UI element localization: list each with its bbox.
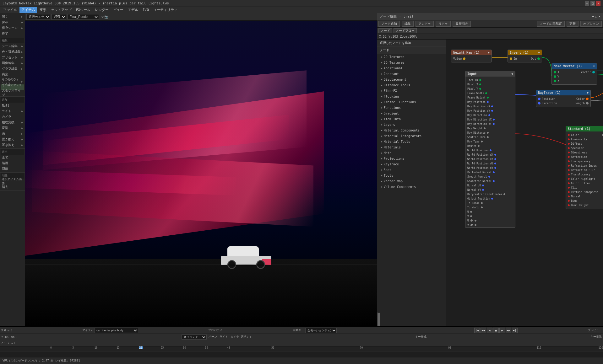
node-list-scrollbar[interactable] xyxy=(377,313,380,326)
scrollbar-thumb[interactable] xyxy=(378,313,380,326)
input-node[interactable]: Input ▼ Item ID Pixel X Pixel Y Frame Wi… xyxy=(465,71,515,228)
sidebar-shape[interactable]: 変型▶ xyxy=(1,125,24,131)
weight-map-node[interactable]: Weight Map (1) ▼ Value xyxy=(451,50,492,62)
sidebar-commercial[interactable]: 商業 xyxy=(1,72,24,77)
menu-file[interactable]: ファイル xyxy=(1,7,19,13)
node-list-item-layers[interactable]: ▶ Layers xyxy=(377,122,446,127)
object-select[interactable]: オブジェクト xyxy=(182,335,207,340)
menu-item[interactable]: アイテム xyxy=(19,7,37,13)
node-list-item-vectormap[interactable]: ▶ Vector Map xyxy=(377,178,446,184)
node-list-scroll[interactable]: ▶ 2D Textures ▶ 3D Textures ▶ Additional… xyxy=(377,54,446,313)
sidebar-null[interactable]: Null xyxy=(1,103,24,108)
sidebar-preset[interactable]: プリセット▶ xyxy=(1,55,24,60)
sidebar-save-scene[interactable]: 保存シーン▶ xyxy=(1,25,24,31)
node-list-item-raytrace[interactable]: ▶ RayTrace xyxy=(377,161,446,167)
viewport-icon-camera[interactable]: 📷 xyxy=(104,15,109,19)
standard-node[interactable]: Standard (1) ▼ Color Material Luminosity… xyxy=(566,126,603,209)
sidebar-open[interactable]: 開く▶ xyxy=(1,14,24,19)
node-list-item-flocking[interactable]: ▶ Flocking xyxy=(377,94,446,99)
render-name-select[interactable]: Final_Render xyxy=(68,14,99,20)
node-list-item-3dtextures[interactable]: ▶ 3D Textures xyxy=(377,60,446,65)
sidebar-replace2[interactable]: 置き換え▶ xyxy=(1,142,24,148)
play-back-btn[interactable]: ◀ xyxy=(487,328,492,333)
sidebar-light[interactable]: ライト▶ xyxy=(1,108,24,114)
node-list-item-materials[interactable]: ▶ Materials xyxy=(377,144,446,150)
node-clear-history-btn[interactable]: 履歴消去 xyxy=(453,21,471,27)
menu-utility[interactable]: ユーティリティ xyxy=(151,7,179,13)
item-select[interactable]: car_inertia_plus.body xyxy=(94,328,138,333)
weight-map-arrow[interactable]: ▼ xyxy=(488,51,490,54)
node-list-item-displacement[interactable]: ▶ Displacement xyxy=(377,77,446,82)
motion-type-select[interactable]: 全モーションチェン xyxy=(305,328,337,333)
node-panel-maximize[interactable]: □ xyxy=(595,14,597,19)
node-list-item-distance-tools[interactable]: ▶ Distance Tools xyxy=(377,82,446,88)
node-list-item-tools[interactable]: ▶ Tools xyxy=(377,173,446,178)
node-list-item-math[interactable]: ▶ Math xyxy=(377,150,446,156)
close-button[interactable]: ✕ xyxy=(596,1,600,6)
sidebar-select-all[interactable]: 全て xyxy=(1,155,24,160)
menu-transform[interactable]: 変形 xyxy=(38,7,48,13)
node-list-item-matintegrators[interactable]: ▶ Material Integrators xyxy=(377,133,446,139)
jump-start-btn[interactable]: |◀ xyxy=(474,328,480,333)
node-list-item-gradient[interactable]: ▶ Gradient xyxy=(377,110,446,116)
minimize-button[interactable]: ─ xyxy=(585,1,589,6)
node-canvas[interactable]: Weight Map (1) ▼ Value Invert (1) ▼ xyxy=(446,40,603,326)
render-mode-select[interactable]: VPR xyxy=(52,14,66,20)
sidebar-studio-live[interactable]: スタジオライブ xyxy=(1,90,24,96)
standard-header[interactable]: Standard (1) ▼ xyxy=(566,126,603,131)
sidebar-graph-edit[interactable]: グラフ編集▶ xyxy=(1,66,24,72)
sidebar-scene-edit[interactable]: シーン編集▶ xyxy=(1,43,24,49)
node-list-item-iteminfo[interactable]: ▶ Item Info xyxy=(377,116,446,122)
play-btn[interactable]: ▶ xyxy=(499,328,505,333)
node-list-item-constant[interactable]: ▶ Constant xyxy=(377,71,446,77)
make-vector-arrow[interactable]: ▼ xyxy=(593,65,595,68)
sidebar-face[interactable]: 面▶ xyxy=(1,131,24,136)
raytrace-node[interactable]: RayTrace (1) ▼ Position Color xyxy=(536,90,591,107)
invert-arrow[interactable]: ▼ xyxy=(538,51,540,54)
make-vector-header[interactable]: Make Vector (1) ▼ xyxy=(552,63,597,69)
menu-view[interactable]: ビュー xyxy=(111,7,125,13)
menu-setup[interactable]: セットアップ xyxy=(49,7,73,13)
menu-io[interactable]: I/O xyxy=(141,7,151,13)
menu-render[interactable]: レンダー xyxy=(93,7,111,13)
sidebar-delete-selected[interactable]: 選択アイテム消去 xyxy=(1,179,24,184)
node-panel-close[interactable]: ✕ xyxy=(598,14,600,19)
sidebar-hierarchy[interactable]: 階層 xyxy=(1,160,24,166)
node-list-item-volumecomponents[interactable]: ▶ Volume Components xyxy=(377,184,446,190)
invert-node[interactable]: Invert (1) ▼ In Out xyxy=(508,50,542,62)
node-undo-btn[interactable]: アンドゥ xyxy=(416,21,434,27)
node-list-item-matcomponents[interactable]: ▶ Material Components xyxy=(377,127,446,133)
node-redo-btn[interactable]: リドゥ xyxy=(436,21,451,27)
sidebar-hidden[interactable]: 隠蔽 xyxy=(1,166,24,172)
node-list-item-functions[interactable]: ▶ Functions xyxy=(377,105,446,110)
node-list-item-fiberfx[interactable]: ▶ FiberFX xyxy=(377,88,446,94)
menu-model[interactable]: モデル xyxy=(126,7,140,13)
node-tab-flow[interactable]: ノードフロー xyxy=(394,28,417,33)
raytrace-arrow[interactable]: ▼ xyxy=(587,91,589,94)
node-update-btn[interactable]: 更新 xyxy=(567,21,579,27)
prev-frame-btn[interactable]: ◀◀ xyxy=(481,328,486,333)
sidebar-replace1[interactable]: 置き換え▶ xyxy=(1,136,24,142)
input-header[interactable]: Input ▼ xyxy=(465,71,515,77)
node-list-item-projections[interactable]: ▶ Projections xyxy=(377,156,446,161)
make-vector-node[interactable]: Make Vector (1) ▼ X Vector xyxy=(551,63,597,85)
viewport-icon-settings[interactable]: ⚙ xyxy=(101,15,104,19)
node-panel-minimize[interactable]: ─ xyxy=(592,14,594,19)
node-rearrange-btn[interactable]: ノードの再配置 xyxy=(537,21,565,27)
node-list-item-additional[interactable]: ▶ Additional xyxy=(377,65,446,71)
node-list-item-2dtextures[interactable]: ▶ 2D Textures xyxy=(377,54,446,60)
input-arrow[interactable]: ▼ xyxy=(512,72,513,76)
node-list-item-fresnel[interactable]: ▶ Fresnel Functions xyxy=(377,99,446,105)
menu-fx[interactable]: FXシール xyxy=(74,7,92,13)
maximize-button[interactable]: □ xyxy=(590,1,595,6)
jump-end-btn[interactable]: ▶| xyxy=(512,328,518,333)
node-list-item-spot[interactable]: ▶ Spot xyxy=(377,167,446,173)
weight-map-header[interactable]: Weight Map (1) ▼ xyxy=(451,50,492,55)
camera-select[interactable]: 選択カメラ xyxy=(26,14,50,20)
sidebar-image-edit[interactable]: 画像編集▶ xyxy=(1,60,24,66)
invert-header[interactable]: Invert (1) ▼ xyxy=(508,50,542,55)
sidebar-exit[interactable]: 終了 xyxy=(1,31,24,36)
next-frame-btn[interactable]: ▶▶ xyxy=(506,328,511,333)
sidebar-save[interactable]: 保存▶ xyxy=(1,19,24,25)
sidebar-physics[interactable]: 物理変換▶ xyxy=(1,120,24,125)
